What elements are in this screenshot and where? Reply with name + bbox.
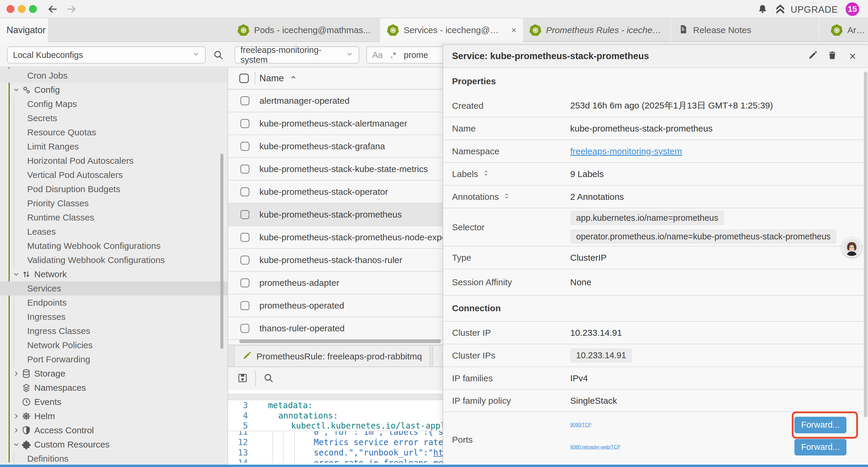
sidebar-scrollbar[interactable] [220,154,223,349]
sidebar-item-cron-jobs[interactable]: Cron Jobs [0,68,227,83]
navigator-panel-tab[interactable]: Navigator [0,18,48,42]
upgrade-button[interactable]: UPGRADE [774,3,838,17]
yaml-editor[interactable]: 3metadata:4annotations:5kubectl.kubernet… [228,400,443,463]
sidebar-item-mutating-webhook-configurations[interactable]: Mutating Webhook Configurations [0,239,227,253]
row-checkbox[interactable] [241,301,249,310]
code-text: kubectl.kubernetes.io/last-applied-con [256,420,443,431]
sidebar-item-priority-classes[interactable]: Priority Classes [0,196,227,210]
sidebar-item-definitions[interactable]: Definitions [0,451,227,465]
maximize-window-button[interactable] [29,5,37,13]
sidebar-item-network-policies[interactable]: Network Policies [0,338,227,352]
sort-updown-icon[interactable] [482,169,490,179]
assistant-avatar[interactable] [842,238,862,257]
row-checkbox[interactable] [241,165,249,174]
editor-search-icon[interactable] [263,372,274,385]
row-checkbox[interactable] [241,233,249,242]
row-checkbox[interactable] [241,96,249,105]
sidebar-item-leases[interactable]: Leases [0,225,227,239]
delete-trash-icon[interactable] [827,50,839,62]
port-link[interactable]: 8080:reloader-web/TCP [570,444,620,450]
table-row[interactable]: kube-prometheus-stack-kube-state-metrics [228,158,443,181]
close-icon[interactable]: × [847,50,859,62]
forward-button[interactable]: Forward... [795,439,846,456]
app-tab[interactable]: Prometheus Rules - icecheng... [523,18,671,42]
table-row[interactable]: kube-prometheus-stack-grafana [228,135,443,158]
row-checkbox[interactable] [241,210,249,219]
kubeconfig-selector[interactable]: Local Kubeconfigs [7,47,206,63]
navigator-search-icon[interactable] [213,49,224,61]
close-window-button[interactable] [6,5,14,13]
sort-updown-icon[interactable] [503,192,510,202]
namespace-link[interactable]: freeleaps-monitoring-system [570,146,682,156]
forward-button[interactable]: Forward... [795,417,846,433]
row-checkbox[interactable] [241,279,249,287]
sidebar-item-helm[interactable]: Helm [0,409,227,423]
table-row[interactable]: prometheus-operated [228,294,443,317]
minimize-window-button[interactable] [18,5,26,13]
sidebar-item-ingress-classes[interactable]: Ingress Classes [0,324,227,338]
table-row[interactable]: prometheus-adapter [228,272,443,294]
sidebar-item-storage[interactable]: Storage [0,367,227,381]
chevron-down-icon[interactable] [12,270,21,279]
detail-scrollbar[interactable] [864,71,867,417]
row-checkbox[interactable] [241,142,249,151]
table-horizontal-scrollbar[interactable] [239,339,441,343]
sidebar-item-namespaces[interactable]: Namespaces [0,381,227,395]
sidebar-item-port-forwarding[interactable]: Port Forwarding [0,352,227,367]
sidebar-item-validating-webhook-configurations[interactable]: Validating Webhook Configurations [0,253,227,267]
sidebar-item-events[interactable]: Events [0,395,227,409]
dock-tab[interactable] [433,346,443,367]
sidebar-item-ingresses[interactable]: Ingresses [0,310,227,324]
sidebar-item-horizontal-pod-autoscalers[interactable]: Horizontal Pod Autoscalers [0,154,227,168]
table-row[interactable]: kube-prometheus-stack-prometheus [228,203,443,226]
port-link[interactable]: 9090/TCP [570,422,591,428]
chevron-down-icon[interactable] [12,440,21,449]
table-row[interactable]: alertmanager-operated [228,90,443,112]
close-tab-icon[interactable]: × [511,25,517,35]
sidebar-item-secrets[interactable]: Secrets [0,111,227,125]
sidebar-item-custom-resources[interactable]: Custom Resources [0,437,227,451]
sidebar-item-endpoints[interactable]: Endpoints [0,296,227,310]
select-all-checkbox[interactable] [239,74,249,83]
sidebar-item-pod-disruption-budgets[interactable]: Pod Disruption Budgets [0,182,227,196]
app-tab[interactable]: Services - icecheng@math...× [380,18,523,42]
regex-icon[interactable]: .* [390,50,396,60]
table-row[interactable]: kube-prometheus-stack-operator [228,181,443,203]
sidebar-item-config-maps[interactable]: Config Maps [0,97,227,111]
row-checkbox[interactable] [241,256,249,265]
namespace-selector[interactable]: freeleaps-monitoring-system [235,47,359,63]
chevron-down-icon[interactable] [12,85,21,94]
back-arrow-icon[interactable] [47,4,59,15]
sidebar-item-runtime-classes[interactable]: Runtime Classes [0,210,227,225]
sidebar-item-services[interactable]: Services [0,282,227,296]
app-tab[interactable]: Argo Se [824,18,868,42]
code-link[interactable]: https://net [433,448,443,458]
notifications-bell-icon[interactable] [757,4,768,15]
app-tab[interactable]: Pods - icecheng@mathmas... [231,18,380,42]
name-column-header[interactable]: Name [259,73,298,84]
sidebar-item-resource-quotas[interactable]: Resource Quotas [0,125,227,140]
dock-tab[interactable]: PrometheusRule: freeleaps-prod-rabbitmq [234,346,430,367]
sidebar-item-vertical-pod-autoscalers[interactable]: Vertical Pod Autoscalers [0,168,227,182]
table-row[interactable]: kube-prometheus-stack-thanos-ruler [228,249,443,272]
sidebar-item-access-control[interactable]: Access Control [0,423,227,437]
sidebar-item-limit-ranges[interactable]: Limit Ranges [0,140,227,154]
save-icon[interactable] [237,372,248,385]
row-checkbox[interactable] [241,324,249,333]
table-row[interactable]: thanos-ruler-operated [228,317,443,340]
forward-arrow-icon[interactable] [66,4,77,15]
chevron-right-icon[interactable] [12,426,21,435]
edit-pencil-icon[interactable] [808,50,819,62]
match-case-icon[interactable]: Aa [372,50,382,60]
app-tab[interactable]: Release Notes [671,18,819,42]
table-row[interactable]: kube-prometheus-stack-alertmanager [228,112,443,135]
chevron-right-icon[interactable] [12,369,21,378]
row-checkbox[interactable] [241,187,249,196]
row-checkbox[interactable] [241,119,249,128]
table-row[interactable]: kube-prometheus-stack-prometheus-node-ex… [228,226,443,249]
sidebar-item-network[interactable]: Network [0,267,227,282]
notification-count-badge[interactable]: 15 [845,2,859,16]
editor-scroll-strip[interactable] [228,394,443,400]
sidebar-item-config[interactable]: Config [0,83,227,97]
chevron-right-icon[interactable] [12,412,21,420]
